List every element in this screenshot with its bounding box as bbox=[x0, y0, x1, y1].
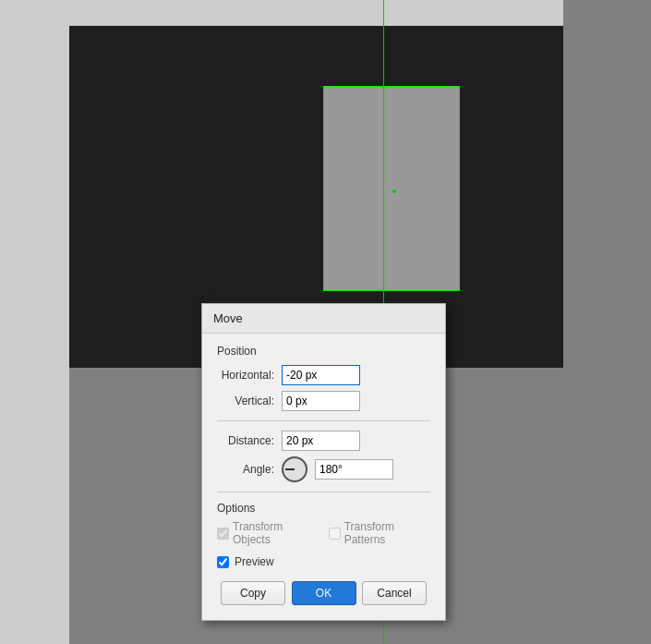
vertical-row: Vertical: bbox=[217, 391, 430, 411]
cancel-button[interactable]: Cancel bbox=[362, 581, 427, 605]
position-section-label: Position bbox=[217, 345, 430, 358]
angle-input[interactable] bbox=[315, 459, 393, 480]
dialog-title: Move bbox=[213, 311, 243, 325]
transform-objects-checkbox[interactable] bbox=[217, 528, 229, 540]
vertical-label: Vertical: bbox=[217, 395, 282, 407]
distance-row: Distance: bbox=[217, 431, 430, 451]
options-label: Options bbox=[217, 502, 430, 515]
distance-label: Distance: bbox=[217, 434, 282, 447]
horizontal-label: Horizontal: bbox=[217, 369, 282, 382]
distance-input[interactable] bbox=[282, 431, 360, 451]
dialog-backdrop: Move Position Horizontal: Vertical: Dist… bbox=[0, 0, 651, 644]
horizontal-row: Horizontal: bbox=[217, 365, 430, 385]
dialog-body: Position Horizontal: Vertical: Distance:… bbox=[202, 334, 445, 620]
angle-wheel[interactable] bbox=[282, 456, 307, 482]
preview-checkbox[interactable] bbox=[217, 556, 229, 568]
transform-objects-row: Transform Objects Transform Patterns bbox=[217, 520, 430, 546]
horizontal-input[interactable] bbox=[282, 365, 360, 385]
angle-label: Angle: bbox=[217, 463, 282, 476]
vertical-input[interactable] bbox=[282, 391, 360, 411]
preview-row: Preview bbox=[217, 555, 430, 568]
transform-patterns-label: Transform Patterns bbox=[344, 520, 430, 546]
button-row: Copy OK Cancel bbox=[217, 581, 430, 605]
dialog-titlebar: Move bbox=[202, 304, 445, 334]
transform-objects-label: Transform Objects bbox=[233, 520, 316, 546]
transform-patterns-checkbox[interactable] bbox=[329, 528, 341, 540]
copy-button[interactable]: Copy bbox=[221, 581, 285, 605]
ok-button[interactable]: OK bbox=[292, 581, 356, 605]
move-dialog: Move Position Horizontal: Vertical: Dist… bbox=[201, 303, 446, 621]
divider-1 bbox=[217, 420, 430, 421]
preview-label: Preview bbox=[235, 555, 274, 568]
angle-row: Angle: bbox=[217, 456, 430, 482]
divider-2 bbox=[217, 492, 430, 492]
angle-indicator bbox=[285, 468, 295, 470]
